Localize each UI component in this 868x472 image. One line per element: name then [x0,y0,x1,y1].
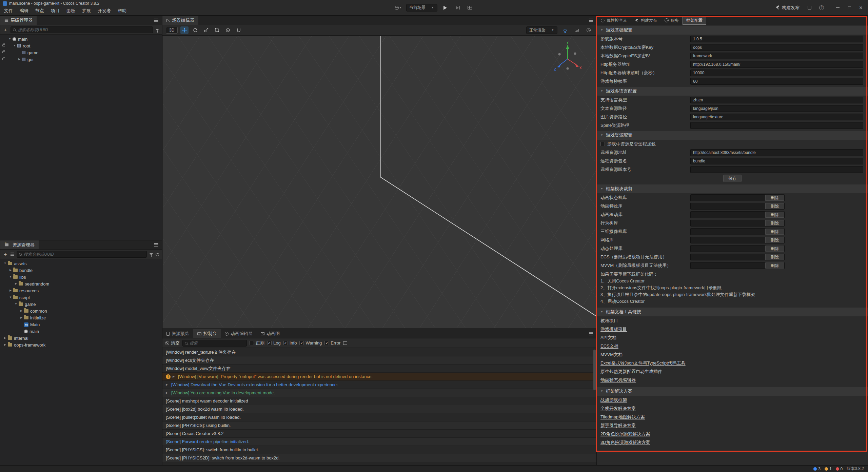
expand-arrow-icon[interactable] [8,296,13,299]
expand-arrow-icon[interactable] [12,44,17,47]
scene-settings-button[interactable] [584,26,593,34]
add-node-button[interactable] [3,27,8,33]
remote-bundle-input[interactable] [690,158,863,164]
expand-arrow-icon[interactable] [8,269,13,272]
doc-link-api[interactable]: API文档 [600,335,616,341]
asset-row-main-ts[interactable]: Main [0,321,162,328]
fps-input[interactable] [690,78,863,85]
preview-target-select[interactable]: 当前场景 [406,4,437,12]
save-button[interactable]: 保存 [723,175,742,182]
preview-device-button[interactable] [394,4,403,12]
view-gizmo[interactable]: Y X Z [553,42,582,77]
menu-file[interactable]: 文件 [1,7,16,15]
delete-button[interactable]: 删除 [765,245,784,252]
filter-error-checkbox[interactable]: Error [324,340,340,346]
crypto-iv-input[interactable] [690,53,863,59]
expand-arrow-icon[interactable] [166,383,171,386]
section-resource-config[interactable]: 游戏资源配置 [597,131,868,140]
tree-row-main[interactable]: main [0,36,162,42]
warning-count-badge[interactable]: 1 [825,467,832,471]
solution-link-3drpg[interactable]: 3D角色扮演游戏解决方案 [600,439,650,446]
log-row[interactable]: [Scene] [PHYSICS]: switch from builtin t… [162,446,596,454]
log-row[interactable]: [Scene] Forward render pipeline initiali… [162,438,596,446]
clear-console-button[interactable]: 清空 [165,340,180,346]
log-row[interactable]: [Scene] [PHYSICS]: using builtin. [162,421,596,430]
scale-tool-button[interactable] [202,26,210,34]
scene-viewport[interactable]: Y X Z [163,36,596,328]
expand-arrow-icon[interactable] [173,375,178,378]
layout-button[interactable] [465,4,474,12]
text-path-input[interactable] [690,105,863,112]
refresh-icon[interactable] [156,253,159,256]
section-language-config[interactable]: 游戏多语言配置 [597,87,868,96]
console-log-list[interactable]: [Window] render_texture文件夹存在 [Window] ec… [162,348,596,465]
asset-row-initialize[interactable]: initialize [0,314,162,321]
error-count-badge[interactable]: 0 [836,467,843,471]
log-row[interactable]: [Window] Download the Vue Devtools exten… [162,381,596,389]
console-search-input[interactable] [190,341,244,346]
solution-link-fullstack[interactable]: 全栈开发解决方案 [600,406,636,412]
log-count-badge[interactable]: 3 [813,467,821,471]
doc-link-tutorial[interactable]: 教程项目 [600,318,618,324]
asset-row-oops-framework[interactable]: oops-framework [0,341,162,348]
snap-tool-button[interactable] [235,26,243,34]
solution-link-guide[interactable]: 新手引导解决方案 [600,422,636,429]
doc-link-excel-tool[interactable]: Excel格式转Json文件与TypeScript代码工具 [600,360,686,366]
log-row[interactable]: [Scene] [bullet]:bullet wasm lib loaded. [162,413,596,421]
render-mode-select[interactable]: 正常渲染 [526,26,557,34]
move-tool-button[interactable] [180,26,189,34]
log-row[interactable]: [Window] You are running Vue in developm… [162,389,596,397]
asset-row-libs[interactable]: libs [0,274,162,280]
game-version-input[interactable] [690,36,863,42]
filter-log-checkbox[interactable]: Log [267,340,281,346]
log-row[interactable]: [Window] render_texture文件夹存在 [162,348,596,356]
tab-animation-graph[interactable]: 动画图 [257,329,284,338]
sort-icon[interactable] [11,253,14,253]
toggle-3d-button[interactable]: 3D [166,27,178,34]
solution-link-2drpg[interactable]: 2D角色扮演游戏解决方案 [600,431,650,437]
texture-path-input[interactable] [690,114,863,120]
section-basic-config[interactable]: 游戏基础配置 [597,26,868,35]
lock-icon[interactable] [2,44,5,46]
asset-row-seedrandom[interactable]: seedrandom [0,280,162,287]
http-server-input[interactable] [690,61,863,68]
tree-row-root[interactable]: root [0,42,162,49]
package-button[interactable] [805,4,814,12]
step-button[interactable] [453,4,462,12]
expand-arrow-icon[interactable] [19,310,24,312]
remote-url-input[interactable] [690,149,863,156]
section-doc-links[interactable]: 框架文档工具链接 [597,308,868,316]
tab-property-inspector[interactable]: 属性检查器 [597,16,631,25]
rect-tool-button[interactable] [213,26,221,34]
tab-animation-editor[interactable]: 动画编辑器 [221,329,257,338]
tab-build-publish[interactable]: 构建发布 [631,16,661,25]
tab-service[interactable]: 服务 [661,16,683,25]
tab-scene-editor[interactable]: 场景编辑器 [162,16,198,25]
doc-link-ecs[interactable]: ECS文档 [600,343,618,349]
menu-node[interactable]: 节点 [32,7,47,15]
asset-row-bundle[interactable]: bundle [0,267,162,274]
help-button[interactable] [817,4,826,12]
log-row[interactable]: [Scene] [box2d]:box2d wasm lib loaded. [162,405,596,413]
panel-menu-icon[interactable] [154,20,158,21]
console-scrollbar[interactable] [593,350,596,390]
delete-button[interactable]: 删除 [765,237,784,243]
asset-row-assets[interactable]: assets [0,260,162,267]
menu-extension[interactable]: 扩展 [79,7,94,15]
tree-row-gui[interactable]: gui [0,56,162,63]
expand-arrow-icon[interactable] [166,391,171,394]
tab-framework-config[interactable]: 框架配置 [683,16,706,25]
solution-link-tbs[interactable]: 战旗游戏框架 [600,397,627,403]
asset-row-script[interactable]: script [0,294,162,301]
section-module-trim[interactable]: 框架模块裁剪 [597,184,868,193]
regex-checkbox[interactable]: 正则 [250,340,264,346]
remote-load-checkbox[interactable] [600,142,605,146]
expand-arrow-icon[interactable] [2,337,8,339]
remote-version-input[interactable] [690,166,863,173]
solution-link-tiledmap[interactable]: Tiledmap地图解决方案 [600,414,645,420]
collapse-similar-icon[interactable] [343,341,347,345]
expand-arrow-icon[interactable] [13,282,19,285]
maximize-button[interactable] [844,3,855,13]
log-row[interactable]: [Window] ecs文件夹存在 [162,356,596,365]
expand-arrow-icon[interactable] [17,58,22,61]
